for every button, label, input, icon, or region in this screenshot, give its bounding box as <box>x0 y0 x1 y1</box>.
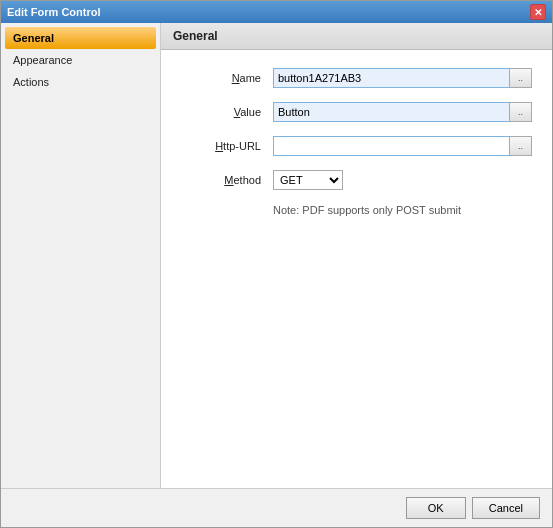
edit-form-control-dialog: Edit Form Control ✕ General Appearance A… <box>0 0 553 528</box>
method-select-group: GET POST <box>273 170 343 190</box>
name-browse-button[interactable]: .. <box>510 68 532 88</box>
name-row: Name .. <box>181 68 532 88</box>
dialog-title: Edit Form Control <box>7 6 101 18</box>
pdf-note: Note: PDF supports only POST submit <box>273 204 532 216</box>
form-area: Name .. Value .. <box>161 50 552 488</box>
ok-button[interactable]: OK <box>406 497 466 519</box>
value-row: Value .. <box>181 102 532 122</box>
http-url-browse-button[interactable]: .. <box>510 136 532 156</box>
dialog-body: General Appearance Actions General Name <box>1 23 552 488</box>
sidebar-item-actions[interactable]: Actions <box>5 71 156 93</box>
http-url-row: Http-URL .. <box>181 136 532 156</box>
method-select[interactable]: GET POST <box>273 170 343 190</box>
method-label: Method <box>181 174 261 186</box>
section-header: General <box>161 23 552 50</box>
close-button[interactable]: ✕ <box>530 4 546 20</box>
sidebar-item-general[interactable]: General <box>5 27 156 49</box>
http-url-input-group: .. <box>273 136 532 156</box>
name-input[interactable] <box>273 68 510 88</box>
section-title: General <box>173 29 218 43</box>
sidebar-item-appearance[interactable]: Appearance <box>5 49 156 71</box>
title-bar: Edit Form Control ✕ <box>1 1 552 23</box>
name-label: Name <box>181 72 261 84</box>
cancel-button[interactable]: Cancel <box>472 497 540 519</box>
dialog-footer: OK Cancel <box>1 488 552 527</box>
http-url-label: Http-URL <box>181 140 261 152</box>
value-label: Value <box>181 106 261 118</box>
value-input-group: .. <box>273 102 532 122</box>
sidebar: General Appearance Actions <box>1 23 161 488</box>
method-row: Method GET POST <box>181 170 532 190</box>
content-area: General Name .. Value <box>161 23 552 488</box>
value-browse-button[interactable]: .. <box>510 102 532 122</box>
http-url-input[interactable] <box>273 136 510 156</box>
value-input[interactable] <box>273 102 510 122</box>
name-input-group: .. <box>273 68 532 88</box>
